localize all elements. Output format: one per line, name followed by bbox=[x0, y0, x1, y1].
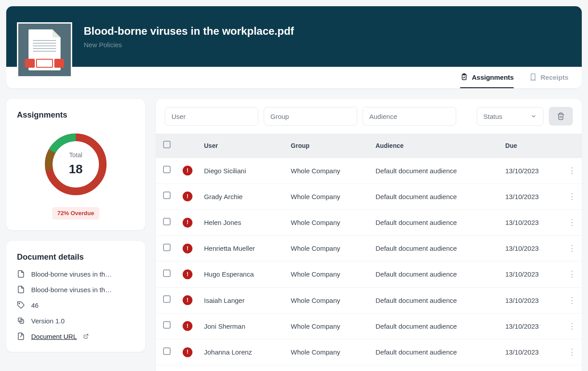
cell-due: 13/10/2023 bbox=[500, 287, 562, 313]
alert-icon bbox=[183, 269, 192, 279]
row-checkbox[interactable] bbox=[163, 269, 171, 277]
cell-audience: Default document audience bbox=[370, 158, 500, 184]
document-header: Blood-borne viruses in the workplace.pdf… bbox=[6, 6, 582, 88]
tab-assignments[interactable]: Assignments bbox=[460, 67, 514, 88]
table-row: Johanna LorenzWhole CompanyDefault docum… bbox=[156, 339, 582, 365]
svg-line-8 bbox=[86, 334, 88, 337]
row-actions-menu[interactable]: ⋮ bbox=[568, 296, 576, 305]
column-header-user: User bbox=[199, 134, 286, 158]
cell-user: Joni Sherman bbox=[199, 313, 286, 339]
svg-point-5 bbox=[19, 303, 20, 304]
table-row: Diego SicilianiWhole CompanyDefault docu… bbox=[156, 158, 582, 184]
cell-group: Whole Company bbox=[286, 158, 370, 184]
file-icon bbox=[17, 270, 25, 278]
external-link-icon bbox=[83, 334, 89, 339]
details-heading: Document details bbox=[17, 252, 135, 263]
cell-due: 13/10/2023 bbox=[500, 236, 562, 261]
column-header-group: Group bbox=[286, 134, 370, 158]
filter-user-input[interactable] bbox=[165, 107, 258, 126]
cell-group: Whole Company bbox=[286, 365, 370, 371]
row-actions-menu[interactable]: ⋮ bbox=[568, 322, 576, 330]
clipboard-check-icon bbox=[460, 73, 468, 81]
cell-group: Whole Company bbox=[286, 339, 370, 365]
cell-user: Henrietta Mueller bbox=[199, 236, 286, 261]
column-header-due: Due bbox=[500, 134, 562, 158]
row-actions-menu[interactable]: ⋮ bbox=[568, 166, 576, 175]
row-actions-menu[interactable]: ⋮ bbox=[568, 244, 576, 253]
table-row: Isaiah LangerWhole CompanyDefault docume… bbox=[156, 287, 582, 313]
table-row: Lee GuWhole CompanyDefault document audi… bbox=[156, 365, 582, 371]
cell-user: Lee Gu bbox=[199, 365, 286, 371]
row-actions-menu[interactable]: ⋮ bbox=[568, 218, 576, 227]
trash-icon bbox=[557, 112, 565, 120]
cell-group: Whole Company bbox=[286, 313, 370, 339]
cell-audience: Default document audience bbox=[370, 287, 500, 313]
table-row: Helen JonesWhole CompanyDefault document… bbox=[156, 209, 582, 235]
row-checkbox[interactable] bbox=[163, 218, 171, 225]
cell-due: 13/10/2023 bbox=[500, 313, 562, 339]
cell-user: Isaiah Langer bbox=[199, 287, 286, 313]
row-actions-menu[interactable]: ⋮ bbox=[568, 347, 576, 356]
row-actions-menu[interactable]: ⋮ bbox=[568, 192, 576, 201]
cell-group: Whole Company bbox=[286, 209, 370, 235]
tab-receipts[interactable]: Receipts bbox=[529, 67, 568, 88]
cell-due: 13/10/2023 bbox=[500, 158, 562, 184]
cell-user: Helen Jones bbox=[199, 209, 286, 235]
delete-button[interactable] bbox=[549, 107, 573, 126]
document-thumbnail bbox=[17, 22, 72, 77]
column-header-audience: Audience bbox=[370, 134, 500, 158]
filter-audience-input[interactable] bbox=[363, 107, 456, 126]
row-actions-menu[interactable]: ⋮ bbox=[568, 269, 576, 278]
cell-user: Grady Archie bbox=[199, 183, 286, 209]
cell-audience: Default document audience bbox=[370, 365, 500, 371]
row-checkbox[interactable] bbox=[163, 295, 171, 303]
cell-due: 13/10/2023 bbox=[500, 209, 562, 235]
row-checkbox[interactable] bbox=[163, 347, 171, 355]
chevron-down-icon bbox=[531, 113, 537, 119]
assignments-donut-chart: Total 18 bbox=[40, 129, 111, 200]
alert-icon bbox=[183, 218, 192, 228]
cell-due: 13/10/2023 bbox=[500, 339, 562, 365]
cell-due: 13/10/2023 bbox=[500, 365, 562, 371]
row-checkbox[interactable] bbox=[163, 244, 171, 251]
filter-group-input[interactable] bbox=[264, 107, 357, 126]
details-doc-1: Blood-borne viruses in th… bbox=[17, 269, 135, 279]
cell-audience: Default document audience bbox=[370, 313, 500, 339]
tab-receipts-label: Receipts bbox=[540, 73, 568, 82]
details-tag: 46 bbox=[17, 301, 135, 310]
alert-icon bbox=[183, 347, 192, 357]
receipt-icon bbox=[529, 73, 537, 81]
file-icon bbox=[17, 285, 25, 294]
header-banner: Blood-borne viruses in the workplace.pdf… bbox=[6, 6, 582, 67]
donut-total-value: 18 bbox=[69, 160, 82, 178]
cell-audience: Default document audience bbox=[370, 261, 500, 287]
cell-audience: Default document audience bbox=[370, 209, 500, 235]
cell-group: Whole Company bbox=[286, 183, 370, 209]
cell-due: 13/10/2023 bbox=[500, 261, 562, 287]
alert-icon bbox=[183, 321, 192, 331]
table-row: Henrietta MuellerWhole CompanyDefault do… bbox=[156, 236, 582, 261]
overdue-badge: 72% Overdue bbox=[52, 207, 99, 220]
details-version: Version 1.0 bbox=[17, 316, 135, 326]
cell-audience: Default document audience bbox=[370, 183, 500, 209]
assignments-heading: Assignments bbox=[17, 110, 135, 121]
alert-icon bbox=[183, 192, 192, 201]
cell-group: Whole Company bbox=[286, 236, 370, 261]
alert-icon bbox=[183, 295, 192, 305]
cell-user: Hugo Esperanca bbox=[199, 261, 286, 287]
assignments-summary-panel: Assignments Total 18 72% Overdue bbox=[6, 99, 145, 230]
details-url[interactable]: Document URL bbox=[17, 332, 135, 341]
tag-icon bbox=[17, 301, 25, 309]
filter-status-select[interactable]: Status bbox=[477, 107, 543, 126]
copy-icon bbox=[17, 317, 25, 325]
page-subtitle: New Policies bbox=[84, 40, 294, 49]
tab-assignments-label: Assignments bbox=[472, 73, 514, 82]
page-title: Blood-borne viruses in the workplace.pdf bbox=[84, 24, 294, 39]
row-checkbox[interactable] bbox=[163, 321, 171, 329]
table-row: Grady ArchieWhole CompanyDefault documen… bbox=[156, 183, 582, 209]
select-all-checkbox[interactable] bbox=[163, 141, 171, 148]
row-checkbox[interactable] bbox=[163, 166, 171, 173]
row-checkbox[interactable] bbox=[163, 192, 171, 199]
cell-user: Johanna Lorenz bbox=[199, 339, 286, 365]
alert-icon bbox=[183, 244, 192, 253]
